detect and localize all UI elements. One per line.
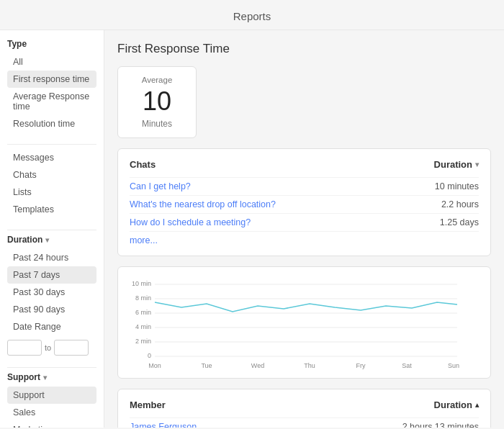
svg-text:Thu: Thu <box>304 362 315 369</box>
sidebar-item-sales[interactable]: Sales <box>7 404 96 421</box>
date-to-label: to <box>45 343 51 352</box>
page-header: Reports <box>0 0 504 30</box>
svg-text:Wed: Wed <box>251 362 264 369</box>
duration-section-title: Duration ▾ <box>7 235 96 245</box>
member-duration-1: 2 hours 13 minutes <box>402 422 479 428</box>
chat-link-3[interactable]: How do I schedule a meeting? <box>130 217 251 227</box>
chats-more-link[interactable]: more... <box>130 231 479 245</box>
table-row: How do I schedule a meeting? 1.25 days <box>130 213 479 231</box>
members-table-card: Member Duration ▴ James Ferguson 2 hours… <box>117 389 491 428</box>
svg-text:8 min: 8 min <box>135 294 151 302</box>
sidebar-item-support[interactable]: Support <box>7 387 96 404</box>
svg-text:10 min: 10 min <box>132 280 151 287</box>
sidebar-item-lists[interactable]: Lists <box>7 184 96 201</box>
date-range-inputs: to <box>7 340 96 356</box>
member-link-1[interactable]: James Ferguson <box>130 422 197 428</box>
chats-duration-col: Duration ▾ <box>434 159 479 170</box>
chat-duration-1: 10 minutes <box>435 181 479 191</box>
svg-text:2 min: 2 min <box>135 338 151 345</box>
table-row: James Ferguson 2 hours 13 minutes <box>130 417 479 428</box>
chart-line <box>155 302 457 312</box>
support-section: Support ▾ Support Sales Marketing <box>0 372 104 428</box>
members-table-header: Member Duration ▴ <box>130 399 479 410</box>
average-card: Average 10 Minutes <box>117 66 197 138</box>
chats-table-header: Chats Duration ▾ <box>130 159 479 170</box>
sidebar-item-past30[interactable]: Past 30 days <box>7 284 96 301</box>
sidebar-item-past7[interactable]: Past 7 days <box>7 266 96 284</box>
support-section-title: Support ▾ <box>7 372 96 382</box>
member-col-title: Member <box>130 399 166 410</box>
duration-section: Duration ▾ Past 24 hours Past 7 days Pas… <box>0 235 104 363</box>
sidebar-item-first-response[interactable]: First response time <box>7 71 96 88</box>
svg-text:Tue: Tue <box>201 362 212 369</box>
chat-link-1[interactable]: Can I get help? <box>130 181 191 191</box>
chart-card: 10 min 8 min 6 min 4 min 2 min 0 Mon Tue <box>117 266 491 379</box>
date-to-input[interactable] <box>54 340 89 356</box>
sidebar-item-chats[interactable]: Chats <box>7 166 96 184</box>
main-content: First Response Time Average 10 Minutes C… <box>104 30 504 428</box>
date-from-input[interactable] <box>7 340 42 356</box>
type-section-title: Type <box>7 39 96 49</box>
svg-text:Mon: Mon <box>148 362 161 369</box>
chat-duration-2: 2.2 hours <box>441 199 479 209</box>
sidebar-item-marketing[interactable]: Marketing <box>7 421 96 428</box>
svg-text:Fry: Fry <box>356 362 366 369</box>
chats-table-card: Chats Duration ▾ Can I get help? 10 minu… <box>117 148 491 256</box>
avg-unit: Minutes <box>130 119 184 129</box>
chats-col-title: Chats <box>130 159 156 170</box>
svg-text:0: 0 <box>148 352 151 359</box>
line-chart: 10 min 8 min 6 min 4 min 2 min 0 Mon Tue <box>130 277 461 371</box>
chat-duration-3: 1.25 days <box>440 217 479 227</box>
members-sort-icon[interactable]: ▴ <box>475 401 479 409</box>
svg-text:4 min: 4 min <box>135 323 151 330</box>
avg-value: 10 <box>130 87 184 116</box>
svg-text:Sun: Sun <box>448 362 459 369</box>
chats-sort-icon[interactable]: ▾ <box>475 161 479 168</box>
support-filter-icon: ▾ <box>43 374 47 381</box>
filter-section: Messages Chats Lists Templates <box>0 149 104 225</box>
sidebar-item-resolution[interactable]: Resolution time <box>7 115 96 132</box>
sidebar-item-date-range[interactable]: Date Range <box>7 318 96 335</box>
table-row: What's the nearest drop off location? 2.… <box>130 195 479 213</box>
table-row: Can I get help? 10 minutes <box>130 177 479 195</box>
sidebar-item-messages[interactable]: Messages <box>7 149 96 166</box>
type-section: Type All First response time Average Res… <box>0 39 104 140</box>
chat-link-2[interactable]: What's the nearest drop off location? <box>130 199 276 209</box>
avg-label: Average <box>130 76 184 84</box>
sidebar-item-past24[interactable]: Past 24 hours <box>7 249 96 266</box>
svg-text:6 min: 6 min <box>135 309 151 316</box>
duration-filter-icon: ▾ <box>45 236 49 244</box>
sidebar-item-templates[interactable]: Templates <box>7 201 96 218</box>
members-duration-col: Duration ▴ <box>434 399 479 410</box>
sidebar-item-avg-response[interactable]: Average Response time <box>7 88 96 115</box>
svg-text:Sat: Sat <box>402 362 412 369</box>
sidebar-item-past90[interactable]: Past 90 days <box>7 301 96 318</box>
sidebar: Type All First response time Average Res… <box>0 30 104 428</box>
sidebar-item-all[interactable]: All <box>7 53 96 71</box>
main-title: First Response Time <box>117 42 491 56</box>
page-title: Reports <box>233 10 271 22</box>
